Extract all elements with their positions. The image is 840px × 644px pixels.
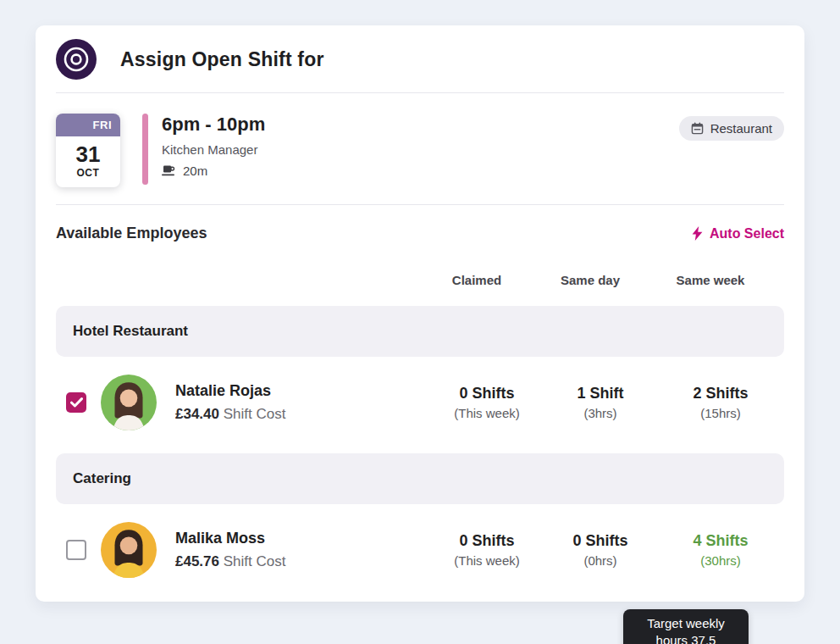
stat-value: 1 Shift — [544, 385, 657, 402]
date-number: 31 — [56, 136, 120, 165]
employee-checkbox[interactable] — [66, 540, 86, 560]
shift-color-bar — [142, 114, 148, 185]
available-employees-header: Available Employees Auto Select — [56, 205, 784, 242]
shift-role: Kitchen Manager — [162, 142, 265, 157]
employee-info: Natalie Rojas £34.40 Shift Cost — [175, 382, 285, 423]
date-badge: FRI 31 OCT — [56, 114, 120, 187]
stat-same-day: 1 Shift (3hrs) — [544, 385, 657, 420]
dialog-title: Assign Open Shift for — [120, 48, 324, 71]
stat-sub: (30hrs) — [657, 553, 784, 568]
stat-value: 2 Shifts — [657, 385, 784, 402]
shift-cost-label: Shift Cost — [224, 406, 286, 422]
employee-row-malika-moss: Malika Moss £45.76 Shift Cost 0 Shifts (… — [56, 504, 784, 596]
employee-cell: Malika Moss £45.76 Shift Cost — [56, 522, 430, 578]
avatar — [101, 375, 157, 430]
column-headers: Claimed Same day Same week — [56, 273, 784, 287]
shift-summary: FRI 31 OCT 6pm - 10pm Kitchen Manager 20… — [56, 93, 784, 205]
assign-open-shift-dialog: Assign Open Shift for FRI 31 OCT 6pm - 1… — [36, 25, 804, 602]
auto-select-button[interactable]: Auto Select — [692, 226, 784, 242]
target-icon — [56, 39, 97, 80]
stat-sub: (This week) — [430, 553, 544, 568]
stat-value: 0 Shifts — [430, 385, 544, 402]
column-header-claimed: Claimed — [420, 273, 533, 287]
department-tag-label: Restaurant — [710, 121, 772, 136]
dialog-header: Assign Open Shift for — [56, 25, 784, 93]
shift-cost-label: Shift Cost — [224, 553, 286, 569]
shift-details: 6pm - 10pm Kitchen Manager 20m — [162, 114, 265, 178]
group-header-catering: Catering — [56, 453, 784, 504]
coffee-cup-icon — [162, 164, 176, 177]
available-employees-title: Available Employees — [56, 225, 207, 242]
stat-sub: (0hrs) — [544, 553, 657, 568]
department-tag: Restaurant — [679, 116, 784, 141]
shift-cost-value: £34.40 — [175, 406, 219, 422]
column-header-same-day: Same day — [533, 273, 647, 287]
shift-time-range: 6pm - 10pm — [162, 114, 265, 135]
shift-cost-value: £45.76 — [175, 553, 219, 569]
avatar — [101, 522, 157, 578]
employee-cell: Natalie Rojas £34.40 Shift Cost — [56, 375, 430, 430]
employee-name: Malika Moss — [175, 530, 285, 547]
group-header-hotel-restaurant: Hotel Restaurant — [56, 306, 784, 357]
lightning-bolt-icon — [692, 226, 703, 241]
break-duration: 20m — [183, 164, 207, 178]
employee-list: Target weekly hours 37.5 Hotel Restauran… — [56, 306, 784, 596]
column-header-same-week: Same week — [647, 273, 774, 287]
stat-claimed: 0 Shifts (This week) — [430, 385, 544, 420]
tooltip-text: Target weekly hours 37.5 — [647, 616, 725, 644]
date-month: OCT — [56, 165, 120, 187]
calendar-icon — [691, 122, 704, 135]
stat-same-week: 2 Shifts (15hrs) — [657, 385, 784, 420]
auto-select-label: Auto Select — [710, 226, 784, 242]
stat-value: 0 Shifts — [544, 532, 657, 550]
date-weekday: FRI — [56, 114, 120, 136]
stat-sub: (3hrs) — [544, 406, 657, 420]
employee-shift-cost: £34.40 Shift Cost — [175, 406, 285, 423]
target-weekly-hours-tooltip: Target weekly hours 37.5 — [623, 609, 749, 644]
employee-checkbox[interactable] — [66, 392, 86, 413]
employee-name: Natalie Rojas — [175, 382, 285, 400]
employee-info: Malika Moss £45.76 Shift Cost — [175, 530, 285, 570]
stat-value: 4 Shifts — [657, 532, 784, 550]
stat-sub: (This week) — [430, 406, 544, 420]
employee-row-natalie-rojas: Natalie Rojas £34.40 Shift Cost 0 Shifts… — [56, 357, 784, 448]
stat-sub: (15hrs) — [657, 406, 784, 420]
stat-same-day: 0 Shifts (0hrs) — [544, 532, 657, 568]
stat-same-week: 4 Shifts (30hrs) — [657, 532, 784, 568]
employee-shift-cost: £45.76 Shift Cost — [175, 553, 285, 570]
check-icon — [70, 397, 83, 408]
stat-value: 0 Shifts — [430, 532, 544, 550]
stat-claimed: 0 Shifts (This week) — [430, 532, 544, 568]
shift-break: 20m — [162, 164, 265, 178]
